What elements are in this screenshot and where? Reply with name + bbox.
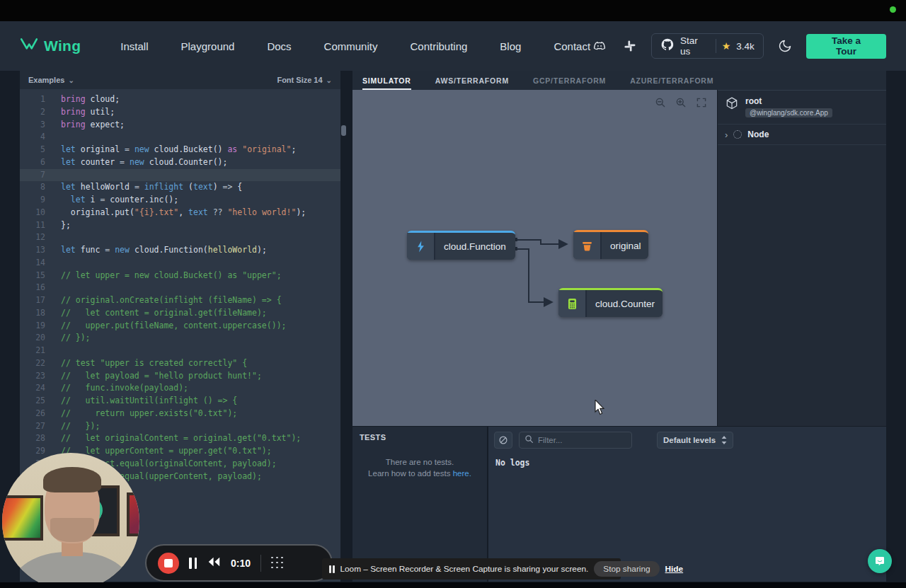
target-tabs-bar: SIMULATOR AWS/TERRAFORM GCP/TERRAFORM AZ…	[352, 71, 886, 90]
target-tab[interactable]: AWS/TERRAFORM	[435, 71, 509, 90]
code-line[interactable]: 20// });	[20, 332, 340, 345]
target-tab[interactable]: AZURE/TERRAFORM	[630, 71, 713, 90]
person-hair	[43, 467, 101, 492]
wall-painting	[2, 495, 43, 541]
code-line[interactable]: 27// });	[20, 420, 340, 433]
line-number: 24	[20, 382, 45, 395]
code-line[interactable]: 15// let upper = new cloud.Bucket() as "…	[20, 270, 340, 282]
discord-icon[interactable]	[590, 37, 609, 55]
code-line[interactable]: 12	[20, 231, 340, 244]
code-line[interactable]: 18// let content = original.get(fileName…	[20, 307, 340, 320]
nav-item[interactable]: Playground	[181, 40, 235, 52]
code-line[interactable]: 23// let payload = "hello product hunt!"…	[20, 370, 340, 383]
examples-dropdown[interactable]: Examples ⌄	[28, 76, 74, 84]
code-line[interactable]: 6let counter = new cloud.Counter();	[20, 156, 340, 169]
simulator-canvas[interactable]: cloud.Function original	[352, 90, 717, 426]
code-line[interactable]: 2bring util;	[20, 106, 340, 119]
line-number: 19	[20, 320, 45, 333]
code-line[interactable]: 16	[20, 282, 340, 294]
code-line[interactable]: 13let func = new cloud.Function(helloWor…	[20, 244, 340, 257]
code-line[interactable]: 28// let originalContent = original.get(…	[20, 432, 340, 445]
line-number: 10	[20, 207, 45, 219]
code-line[interactable]: 9 let i = counter.inc();	[20, 194, 340, 207]
line-number: 9	[20, 194, 45, 207]
github-star-widget[interactable]: Star us ★ 3.4k	[651, 33, 764, 59]
recording-indicator-dot	[890, 6, 896, 13]
node-item-label: Node	[747, 129, 769, 139]
add-tests-link[interactable]: here.	[453, 469, 471, 478]
code-editor-lines[interactable]: 1bring cloud;2bring util;3bring expect;4…	[20, 89, 340, 483]
search-icon	[524, 434, 534, 446]
slack-icon[interactable]	[621, 38, 638, 54]
pause-icon[interactable]	[189, 558, 197, 569]
hide-banner-link[interactable]: Hide	[665, 564, 684, 574]
chat-bubble-button[interactable]	[868, 549, 892, 573]
no-logs-message: No logs	[495, 458, 886, 468]
drag-handle-icon[interactable]	[271, 557, 284, 570]
code-line[interactable]: 8let helloWorld = inflight (text) => {	[20, 181, 340, 194]
fullscreen-icon[interactable]	[694, 96, 709, 110]
log-level-select[interactable]: Default levels	[657, 432, 733, 449]
line-content: // let upper = new cloud.Bucket() as "up…	[61, 270, 282, 282]
tests-title: TESTS	[352, 427, 487, 448]
code-line[interactable]: 21	[20, 345, 340, 357]
code-line[interactable]: 11};	[20, 219, 340, 232]
stop-recording-button[interactable]	[158, 553, 179, 574]
wing-logo[interactable]: Wing	[20, 37, 81, 55]
tree-item-root[interactable]: root @winglang/sdk.core.App	[718, 91, 886, 125]
code-line[interactable]: 7	[20, 169, 340, 182]
restart-icon[interactable]	[207, 556, 221, 570]
tests-empty-state: There are no tests. Learn how to add tes…	[352, 456, 487, 479]
tab-label: GCP/TERRAFORM	[533, 76, 606, 85]
code-line[interactable]: 10 original.put("{i}.txt", text ?? "hell…	[20, 207, 340, 219]
code-line[interactable]: 5let original = new cloud.Bucket() as "o…	[20, 144, 340, 156]
code-line[interactable]: 25// util.waitUntil(inflight () => {	[20, 395, 340, 408]
diagram-node-original-bucket[interactable]: original	[573, 230, 648, 259]
line-number: 5	[20, 144, 45, 156]
code-line[interactable]: 4	[20, 131, 340, 144]
calculator-icon	[558, 290, 587, 317]
font-size-dropdown[interactable]: Font Size 14 ⌄	[277, 76, 332, 84]
code-line[interactable]: 22// test "upper is created correctly" {	[20, 357, 340, 370]
zoom-out-icon[interactable]	[653, 96, 667, 110]
zoom-in-icon[interactable]	[674, 96, 688, 110]
root-type-badge: @winglang/sdk.core.App	[745, 108, 832, 117]
nav-right: Star us ★ 3.4k Take a Tour	[590, 33, 886, 59]
nav-item[interactable]: Install	[120, 40, 148, 52]
dark-mode-toggle-moon-icon[interactable]	[776, 38, 793, 54]
code-line[interactable]: 1bring cloud;	[20, 93, 340, 106]
clear-logs-icon[interactable]	[494, 432, 512, 449]
target-tab[interactable]: SIMULATOR	[362, 71, 411, 90]
console-toolbar: Default levels	[488, 427, 886, 449]
nav-item[interactable]: Contributing	[410, 40, 467, 52]
line-number: 1	[20, 93, 45, 106]
code-line[interactable]: 17// original.onCreate(inflight (fileNam…	[20, 294, 340, 307]
webcam-overlay[interactable]	[2, 453, 139, 588]
recording-time: 0:10	[231, 558, 251, 569]
code-line[interactable]: 19// upper.put(fileName, content.upperca…	[20, 320, 340, 333]
nav-item[interactable]: Docs	[267, 40, 291, 52]
target-tab[interactable]: GCP/TERRAFORM	[533, 71, 606, 90]
line-number: 15	[20, 270, 45, 282]
editor-scrollbar-thumb[interactable]	[341, 125, 346, 136]
code-line[interactable]: 14	[20, 257, 340, 270]
star-us-label: Star us	[680, 35, 710, 57]
line-content: // func.invoke(payload);	[61, 382, 188, 395]
nav-item[interactable]: Blog	[500, 40, 521, 52]
code-line[interactable]: 3bring expect;	[20, 119, 340, 132]
take-a-tour-button[interactable]: Take a Tour	[806, 34, 886, 59]
code-line[interactable]: 24// func.invoke(payload);	[20, 382, 340, 395]
nav-item[interactable]: Community	[324, 40, 378, 52]
star-count: 3.4k	[736, 41, 755, 52]
tests-empty-line2: Learn how to add tests	[368, 469, 453, 478]
tree-item-node[interactable]: › Node	[718, 125, 886, 145]
nav-item[interactable]: Contact	[554, 40, 590, 52]
code-line[interactable]: 26// return upper.exists("0.txt");	[20, 408, 340, 420]
diagram-node-cloud-counter[interactable]: cloud.Counter	[558, 288, 663, 317]
stop-sharing-button[interactable]: Stop sharing	[594, 561, 659, 577]
app-root: Wing InstallPlaygroundDocsCommunityContr…	[0, 0, 906, 588]
line-number: 2	[20, 106, 45, 119]
diagram-node-cloud-function[interactable]: cloud.Function	[407, 231, 515, 260]
line-number: 7	[20, 169, 45, 182]
log-filter-input[interactable]	[538, 436, 626, 444]
